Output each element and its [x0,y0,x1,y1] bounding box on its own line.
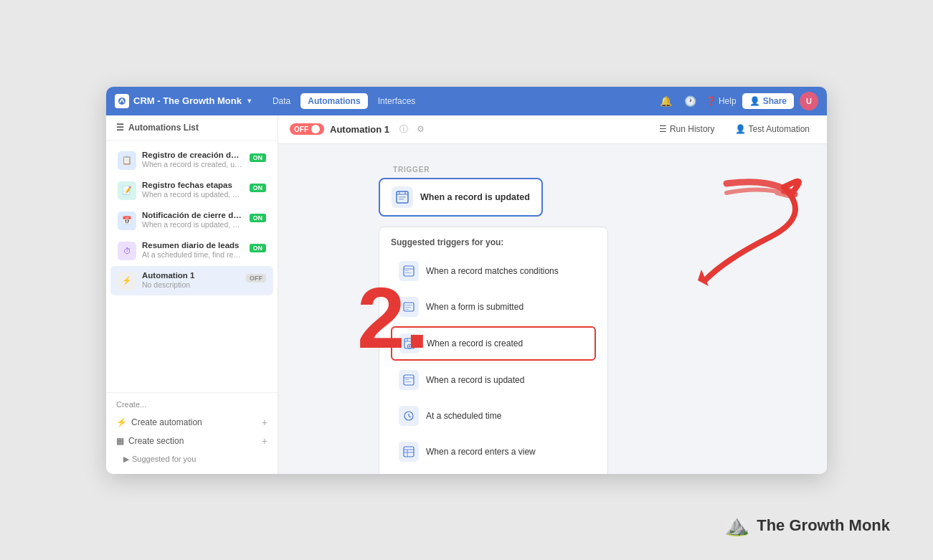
nav-tab-data[interactable]: Data [265,93,298,109]
svg-rect-13 [405,307,411,308]
sidebar-item-title-3: Resumen diario de leads [142,241,244,250]
sidebar-item-3[interactable]: ⏱ Resumen diario de leads At a scheduled… [110,236,273,265]
see-all-btn[interactable]: See all... [391,473,596,474]
sidebar-item-title-4: Automation 1 [142,271,240,280]
sidebar-item-content-0: Registro de creación del registro When a… [142,151,244,169]
suggestion-icon-2 [399,333,420,353]
toggle-dot [311,125,320,133]
nav-tabs: Data Automations Interfaces [265,93,422,109]
sidebar-item-title-1: Registro fechas etapas [142,181,244,189]
suggestion-item-5[interactable]: When a record enters a view [391,435,596,468]
badge-on-1: ON [250,184,267,192]
sidebar-item-4[interactable]: ⚡ Automation 1 No description OFF [110,266,273,295]
sidebar-suggested: ▶ Suggested for you [113,450,270,468]
sidebar-item-content-1: Registro fechas etapas When a record is … [142,181,244,199]
automation-name: Automation 1 [330,124,389,135]
help-btn[interactable]: ❓ Help [706,96,737,106]
sidebar-title: Automations List [128,123,199,133]
nav-tab-automations[interactable]: Automations [300,93,367,109]
suggestion-item-0[interactable]: When a record matches conditions [391,255,596,288]
nav-right: 🔔 🕐 ❓ Help 👤 Share U [657,92,818,110]
sidebar-item-content-4: Automation 1 No description [142,271,240,289]
suggestion-text-0: When a record matches conditions [426,266,559,276]
sidebar-item-icon-2: 📅 [118,212,136,230]
sidebar: ☰ Automations List 📋 Registro de creació… [106,115,278,474]
nav-tab-interfaces[interactable]: Interfaces [371,93,423,109]
sidebar-item-desc-3: At a scheduled time, find records, and 1… [142,250,244,259]
suggestion-text-1: When a form is submitted [426,302,524,312]
suggestion-item-3[interactable]: When a record is updated [391,364,596,397]
brand-name: The Growth Monk [757,516,890,535]
suggestion-item-1[interactable]: When a form is submitted [391,290,596,323]
trigger-area: TRIGGER [307,166,798,474]
sidebar-item-icon-3: ⏱ [118,242,136,260]
svg-rect-7 [404,266,414,276]
test-automation-btn[interactable]: 👤 Test Automation [729,121,815,137]
sidebar-item-content-3: Resumen diario de leads At a scheduled t… [142,241,244,259]
suggestion-item-2[interactable]: When a record is created [391,326,596,361]
svg-rect-12 [405,305,412,305]
sidebar-item-desc-0: When a record is created, update a recor… [142,160,244,169]
sidebar-item-icon-0: 📋 [118,151,136,170]
help-label: Help [719,96,737,106]
svg-rect-5 [399,196,406,198]
sidebar-item-1[interactable]: 📝 Registro fechas etapas When a record i… [110,176,273,205]
app-window: CRM - The Growth Monk ▾ Data Automations… [106,87,827,474]
suggestion-icon-0 [399,261,419,281]
suggestion-text-3: When a record is updated [426,375,524,385]
svg-rect-6 [399,199,404,200]
sidebar-item-title-2: Notificación de cierre de contrato [142,211,244,219]
test-automation-label: Test Automation [749,124,810,134]
create-section-plus: + [262,435,267,447]
run-history-btn[interactable]: ☰ Run History [653,121,721,137]
history-icon[interactable]: 🕐 [681,92,700,110]
nav-brand[interactable]: CRM - The Growth Monk ▾ [115,94,251,108]
brand-icon [115,94,129,108]
sidebar-item-desc-4: No description [142,280,240,289]
suggestion-icon-4 [399,406,419,426]
user-avatar[interactable]: U [800,92,818,110]
main-body: ☰ Automations List 📋 Registro de creació… [106,115,827,474]
badge-on-3: ON [250,244,267,252]
run-history-label: Run History [670,124,715,134]
sidebar-item-icon-1: 📝 [118,181,136,200]
hamburger-icon: ☰ [116,123,124,133]
trigger-icon [392,186,413,208]
notifications-icon[interactable]: 🔔 [657,92,676,110]
suggestions-title: Suggested triggers for you: [391,237,596,247]
suggestion-icon-1 [399,297,419,317]
toggle-off-btn[interactable]: OFF [290,123,324,135]
top-nav: CRM - The Growth Monk ▾ Data Automations… [106,87,827,115]
trigger-card[interactable]: When a record is updated [379,178,543,217]
badge-off-4: OFF [246,274,266,283]
sidebar-item-content-2: Notificación de cierre de contrato When … [142,211,244,229]
suggestion-icon-5 [399,442,419,462]
share-label: Share [763,96,787,106]
trigger-card-text: When a record is updated [420,192,530,202]
svg-rect-14 [405,309,409,310]
sidebar-item-0[interactable]: 📋 Registro de creación del registro When… [110,146,273,175]
suggestion-text-5: When a record enters a view [426,447,536,457]
suggestion-item-4[interactable]: At a scheduled time [391,399,596,432]
create-section-btn[interactable]: ▦ Create section + [113,432,270,450]
suggestion-icon-3 [399,370,419,390]
chevron-right-icon: ▶ [123,455,129,464]
settings-icon[interactable]: ⚙ [414,123,427,136]
sidebar-item-2[interactable]: 📅 Notificación de cierre de contrato Whe… [110,206,273,235]
person-icon: 👤 [735,124,746,134]
svg-rect-29 [404,447,414,457]
create-automation-plus: + [262,417,267,428]
info-icon[interactable]: ⓘ [397,122,411,137]
svg-rect-25 [405,381,411,382]
content-toolbar: OFF Automation 1 ⓘ ⚙ ☰ Run History 👤 Tes… [278,115,827,144]
sidebar-item-desc-1: When a record is updated, update a recor… [142,190,244,199]
brand-chevron: ▾ [247,97,251,105]
create-section-label: Create section [128,436,184,446]
grid-icon: ▦ [116,436,124,446]
create-automation-btn[interactable]: ⚡ Create automation + [113,413,270,432]
share-button[interactable]: 👤 Share [742,93,794,109]
sidebar-item-icon-4: ⚡ [118,272,136,290]
bolt-icon: ⚡ [116,417,127,427]
suggestions-panel: Suggested triggers for you: [379,227,608,474]
trigger-label: TRIGGER [393,166,430,174]
